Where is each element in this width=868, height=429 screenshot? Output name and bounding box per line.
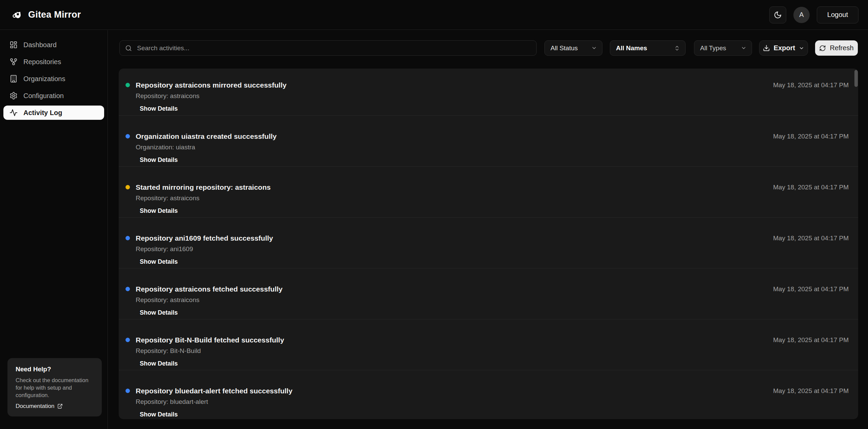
activity-timestamp: May 18, 2025 at 04:17 PM	[773, 81, 849, 89]
export-label: Export	[774, 44, 795, 52]
status-dot	[126, 236, 130, 240]
filter-types-label: All Types	[700, 44, 726, 52]
external-link-icon	[57, 404, 63, 409]
show-details-button[interactable]: Show Details	[140, 360, 178, 367]
chevron-down-icon	[741, 45, 747, 51]
filter-status-label: All Status	[551, 44, 578, 52]
activity-row: Started mirroring repository: astraicons…	[119, 166, 858, 217]
help-body: Check out the documentation for help wit…	[16, 376, 94, 399]
activity-title: Started mirroring repository: astraicons	[136, 183, 271, 192]
sidebar-item-dashboard[interactable]: Dashboard	[3, 38, 104, 52]
refresh-icon	[819, 45, 826, 52]
download-icon	[763, 44, 770, 52]
activity-title: Organization uiastra created successfull…	[136, 132, 277, 141]
activity-subtitle: Repository: Bit-N-Build	[136, 347, 201, 355]
status-dot	[126, 134, 130, 138]
sidebar: Dashboard Repositories Organizations Con…	[0, 30, 108, 429]
search-box	[119, 40, 537, 56]
activity-rows: Repository astraicons mirrored successfu…	[119, 69, 858, 419]
show-details-button[interactable]: Show Details	[140, 309, 178, 316]
activity-subtitle: Repository: astraicons	[136, 194, 199, 202]
search-icon	[125, 45, 132, 52]
top-bar: Gitea Mirror A Logout	[0, 0, 868, 30]
export-button[interactable]: Export	[759, 40, 808, 56]
activity-log-list: Repository astraicons mirrored successfu…	[119, 69, 858, 419]
show-details-button[interactable]: Show Details	[140, 207, 178, 214]
activity-row: Repository Bit-N-Build fetched successfu…	[119, 319, 858, 370]
status-dot	[126, 185, 130, 189]
sidebar-item-label: Activity Log	[23, 109, 62, 117]
logout-button[interactable]: Logout	[817, 6, 859, 23]
sidebar-nav: Dashboard Repositories Organizations Con…	[0, 30, 108, 127]
sidebar-item-label: Configuration	[23, 92, 64, 100]
activity-subtitle: Repository: ani1609	[136, 245, 193, 253]
activity-title: Repository ani1609 fetched successfully	[136, 234, 273, 243]
documentation-link[interactable]: Documentation	[16, 403, 63, 410]
show-details-button[interactable]: Show Details	[140, 258, 178, 265]
sidebar-item-repositories[interactable]: Repositories	[3, 55, 104, 69]
activity-subtitle: Repository: astraicons	[136, 92, 199, 100]
status-dot	[126, 389, 130, 393]
activity-timestamp: May 18, 2025 at 04:17 PM	[773, 387, 849, 395]
layout-dashboard-icon	[9, 41, 18, 49]
gitea-logo-icon	[12, 10, 24, 20]
activity-row: Organization uiastra created successfull…	[119, 115, 858, 166]
need-help-card: Need Help? Check out the documentation f…	[7, 358, 102, 416]
activity-subtitle: Organization: uiastra	[136, 143, 195, 151]
filter-all-names[interactable]: All Names	[610, 40, 686, 56]
activity-title: Repository bluedart-alert fetched succes…	[136, 387, 292, 395]
help-title: Need Help?	[16, 366, 94, 373]
show-details-button[interactable]: Show Details	[140, 411, 178, 418]
chevrons-up-down-icon	[674, 45, 680, 51]
chevron-down-icon	[591, 45, 597, 51]
sidebar-item-configuration[interactable]: Configuration	[3, 89, 104, 103]
sidebar-item-activity-log[interactable]: Activity Log	[3, 106, 104, 120]
sidebar-item-label: Organizations	[23, 75, 65, 83]
filter-all-status[interactable]: All Status	[544, 40, 602, 56]
status-dot	[126, 338, 130, 342]
avatar-letter: A	[799, 11, 804, 19]
show-details-button[interactable]: Show Details	[140, 156, 178, 164]
status-dot	[126, 287, 130, 291]
activity-icon	[9, 109, 18, 117]
activity-subtitle: Repository: astraicons	[136, 296, 199, 304]
theme-toggle-button[interactable]	[769, 6, 786, 23]
activity-title: Repository astraicons fetched successful…	[136, 285, 283, 294]
sidebar-item-organizations[interactable]: Organizations	[3, 72, 104, 86]
git-fork-icon	[9, 58, 18, 66]
activity-title: Repository Bit-N-Build fetched successfu…	[136, 336, 284, 344]
app-brand: Gitea Mirror	[12, 10, 81, 20]
building-icon	[9, 75, 18, 83]
activity-row: Repository bluedart-alert fetched succes…	[119, 370, 858, 419]
documentation-link-label: Documentation	[16, 403, 54, 410]
sidebar-item-label: Dashboard	[23, 41, 57, 49]
activity-row: Repository astraicons fetched successful…	[119, 268, 858, 319]
avatar[interactable]: A	[793, 7, 810, 23]
status-dot	[126, 83, 130, 87]
main-content: All Status All Names All Types Export Re…	[108, 30, 868, 429]
activity-row: Repository ani1609 fetched successfully …	[119, 217, 858, 268]
activity-subtitle: Repository: bluedart-alert	[136, 398, 208, 406]
activity-title: Repository astraicons mirrored successfu…	[136, 81, 287, 90]
chevron-down-icon	[799, 45, 804, 51]
filter-names-label: All Names	[616, 44, 647, 52]
moon-icon	[774, 11, 782, 19]
search-input[interactable]	[136, 44, 531, 52]
refresh-label: Refresh	[830, 44, 853, 52]
activity-timestamp: May 18, 2025 at 04:17 PM	[773, 184, 849, 191]
scrollbar-thumb[interactable]	[854, 70, 858, 87]
sidebar-item-label: Repositories	[23, 58, 61, 66]
app-title: Gitea Mirror	[28, 10, 81, 20]
activity-timestamp: May 18, 2025 at 04:17 PM	[773, 285, 849, 293]
activity-row: Repository astraicons mirrored successfu…	[119, 69, 858, 115]
refresh-button[interactable]: Refresh	[815, 40, 858, 56]
settings-icon	[9, 92, 18, 100]
activity-timestamp: May 18, 2025 at 04:17 PM	[773, 235, 849, 242]
show-details-button[interactable]: Show Details	[140, 105, 178, 112]
filter-all-types[interactable]: All Types	[694, 40, 752, 56]
activity-timestamp: May 18, 2025 at 04:17 PM	[773, 133, 849, 140]
activity-timestamp: May 18, 2025 at 04:17 PM	[773, 336, 849, 344]
